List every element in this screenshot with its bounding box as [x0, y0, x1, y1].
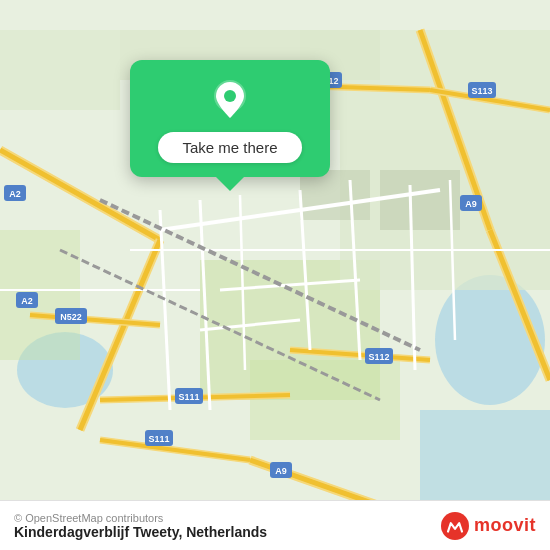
svg-text:A2: A2 — [9, 189, 21, 199]
moovit-text: moovit — [474, 515, 536, 536]
bottom-bar: © OpenStreetMap contributors Kinderdagve… — [0, 500, 550, 550]
svg-text:A9: A9 — [275, 466, 287, 476]
moovit-logo: moovit — [441, 512, 536, 540]
svg-text:S111: S111 — [178, 392, 199, 402]
take-me-there-button[interactable]: Take me there — [158, 132, 301, 163]
svg-text:S112: S112 — [368, 352, 389, 362]
bottom-left-info: © OpenStreetMap contributors Kinderdagve… — [14, 511, 267, 540]
moovit-icon — [441, 512, 469, 540]
location-popup: Take me there — [130, 60, 330, 177]
osm-attribution: © OpenStreetMap contributors — [14, 512, 267, 524]
svg-point-71 — [224, 90, 236, 102]
svg-text:N522: N522 — [60, 312, 82, 322]
svg-text:S111: S111 — [148, 434, 169, 444]
svg-rect-5 — [0, 230, 80, 360]
svg-rect-9 — [0, 30, 120, 110]
map-container: A2 A2 A9 A9 S112 S113 S112 S111 S111 N52… — [0, 0, 550, 550]
svg-text:S113: S113 — [471, 86, 492, 96]
pin-icon — [208, 78, 252, 122]
svg-rect-12 — [300, 170, 370, 220]
svg-point-2 — [435, 275, 545, 405]
svg-rect-11 — [380, 170, 460, 230]
svg-text:A9: A9 — [465, 199, 477, 209]
svg-text:A2: A2 — [21, 296, 33, 306]
svg-point-72 — [441, 512, 469, 540]
location-name: Kinderdagverblijf Tweety, Netherlands — [14, 524, 267, 540]
